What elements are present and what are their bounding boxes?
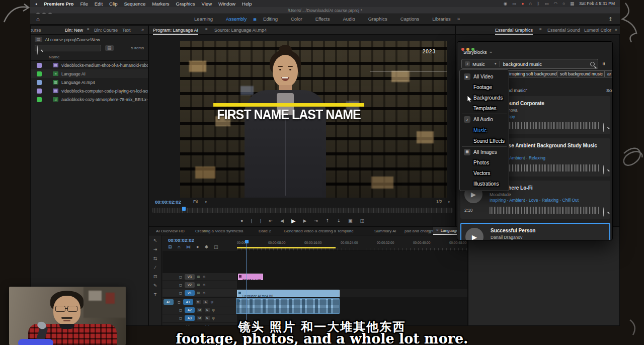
menu-view[interactable]: View bbox=[202, 1, 212, 7]
menu-markers[interactable]: Markers bbox=[152, 1, 169, 7]
menu-graphics[interactable]: Graphics bbox=[176, 1, 195, 7]
mute-track-button[interactable]: M bbox=[197, 308, 202, 312]
source-patch-a1[interactable]: A1 bbox=[164, 299, 174, 305]
timeline-settings-icon[interactable]: ✱ bbox=[204, 245, 208, 249]
tab-essential-graphics[interactable]: Essential Graphics bbox=[495, 28, 533, 35]
battery-icon[interactable]: ▭ bbox=[545, 2, 549, 6]
bluetooth-icon[interactable]: ᛒ bbox=[537, 2, 539, 6]
menu-item-footage[interactable]: Footage bbox=[460, 82, 644, 93]
step-back-icon[interactable]: ◀ bbox=[280, 219, 284, 223]
lock-track-icon[interactable]: ◻ bbox=[179, 308, 182, 312]
label-color-chip[interactable] bbox=[37, 63, 42, 68]
track-header-a2[interactable]: ◻ A2 M S ψ bbox=[163, 306, 237, 314]
step-forward-icon[interactable]: ▶ bbox=[303, 219, 306, 223]
project-row-audio-clip[interactable]: ♫ audioblocks-cozy-atmosphere-78-mix_BEr… bbox=[31, 95, 148, 104]
workspace-tab-audio[interactable]: Audio bbox=[337, 14, 362, 25]
nest-toggle-icon[interactable]: ⊞ bbox=[168, 245, 172, 249]
bin-up-icon[interactable]: ▤ bbox=[35, 37, 42, 42]
panel-menu-icon[interactable]: ≡ bbox=[539, 28, 542, 32]
label-color-chip[interactable] bbox=[37, 89, 42, 94]
waveform[interactable] bbox=[490, 207, 599, 214]
program-timecode[interactable]: 00:00:02:02 bbox=[155, 199, 181, 205]
toggle-track-output-icon[interactable]: ⊙ bbox=[203, 275, 206, 279]
snap-toggle-icon[interactable]: ∩ bbox=[178, 245, 181, 249]
tab-project-ai-course[interactable]: Project: AI course bbox=[30, 28, 41, 33]
project-row-code-clip[interactable]: ▤ videoblocks-computer-code-playing-on-l… bbox=[31, 87, 148, 95]
seq-tab-dalle2[interactable]: Dalle 2 bbox=[259, 229, 271, 233]
track-target-v3[interactable]: V3 bbox=[185, 274, 195, 280]
seq-tab-ai-overview[interactable]: AI Overview HD bbox=[156, 229, 185, 233]
new-bin-icon[interactable]: ▤ bbox=[105, 45, 114, 51]
menu-help[interactable]: Help bbox=[242, 1, 252, 7]
tab-source-monitor[interactable]: Source: Language AI.mp4 bbox=[214, 28, 267, 33]
toggle-track-output-icon[interactable]: ⊙ bbox=[203, 291, 206, 295]
add-marker-icon[interactable]: ● bbox=[240, 219, 243, 223]
playback-resolution-select[interactable]: 1/2▾ bbox=[436, 199, 450, 204]
sync-lock-icon[interactable]: ⊞ bbox=[197, 283, 200, 287]
workspace-tab-effects[interactable]: Effects bbox=[309, 14, 337, 25]
timeline-ruler[interactable]: 00:00 00:00:08:00 00:00:16:00 00:00:24:0… bbox=[237, 240, 468, 251]
sync-lock-icon[interactable]: ⊞ bbox=[197, 291, 200, 295]
project-row-language-ai-seq[interactable]: ≡ Language AI bbox=[31, 69, 148, 78]
project-search-field[interactable] bbox=[35, 45, 101, 51]
slip-tool-icon[interactable]: ⊡ bbox=[153, 275, 157, 279]
go-to-in-icon[interactable]: ⇤ bbox=[269, 219, 273, 223]
mark-out-icon[interactable]: } bbox=[260, 219, 261, 223]
track-header-v1[interactable]: ◻ V1 ⊞ ⊙ bbox=[163, 289, 237, 297]
column-header-name[interactable]: Name bbox=[49, 55, 59, 59]
pen-tool-icon[interactable]: ✎ bbox=[153, 284, 157, 288]
headphones-icon[interactable]: ∩ bbox=[529, 2, 532, 6]
more-panels-icon[interactable]: » bbox=[141, 28, 144, 32]
lock-track-icon[interactable]: ◻ bbox=[178, 300, 181, 304]
play-button-icon[interactable]: ▶ bbox=[291, 218, 295, 224]
workspace-tab-libraries[interactable]: Libraries bbox=[426, 14, 457, 25]
program-scrub-bar[interactable] bbox=[152, 208, 453, 213]
control-center-icon[interactable]: ▦ bbox=[570, 2, 574, 6]
panel-menu-icon[interactable]: ≡ bbox=[87, 28, 90, 32]
track-target-v1[interactable]: V1 bbox=[185, 290, 195, 296]
track-tags[interactable]: ppy bbox=[508, 114, 515, 119]
spotlight-icon[interactable]: ○ bbox=[562, 2, 565, 6]
mark-in-icon[interactable]: { bbox=[251, 219, 252, 223]
tab-program-monitor[interactable]: Program: Language AI bbox=[153, 28, 198, 35]
razor-tool-icon[interactable]: ∕ bbox=[155, 266, 156, 270]
menu-item-illustrations[interactable]: Illustrations bbox=[460, 179, 644, 189]
home-icon[interactable]: ⌂ bbox=[36, 17, 40, 22]
find-similar-icon[interactable] bbox=[603, 207, 604, 217]
file-name[interactable]: audioblocks-cozy-atmosphere-78-mix_BErLx… bbox=[61, 97, 148, 102]
app-menu-premiere[interactable]: Premiere Pro bbox=[44, 1, 73, 7]
track-target-a1[interactable]: A1 bbox=[183, 299, 193, 305]
menu-item-backgrounds[interactable]: Backgrounds bbox=[460, 93, 644, 103]
file-name[interactable]: Language AI.mp4 bbox=[61, 80, 95, 85]
label-color-chip[interactable] bbox=[37, 71, 42, 76]
menu-window[interactable]: Window bbox=[218, 1, 235, 7]
sync-lock-icon[interactable]: ⊞ bbox=[197, 275, 200, 279]
extract-icon[interactable]: ↧ bbox=[337, 219, 341, 223]
music-result-successful-person[interactable]: ▶ Successful Person Danail Draganov bbox=[460, 223, 610, 240]
menu-item-all-audio[interactable]: ♪All Audio bbox=[460, 114, 509, 125]
workspace-tab-graphics[interactable]: Graphics bbox=[362, 14, 394, 25]
clip-graphic-first-name[interactable]: FIRST NAME bbox=[238, 274, 263, 280]
file-name[interactable]: Language AI bbox=[61, 71, 86, 76]
menu-item-templates[interactable]: Templates bbox=[460, 103, 644, 114]
play-preview-button[interactable]: ▶ bbox=[465, 228, 484, 240]
timeline-playhead[interactable] bbox=[247, 240, 247, 326]
status-icon-hd[interactable]: ▭ bbox=[512, 2, 516, 6]
timeline-playhead-handle[interactable] bbox=[245, 240, 249, 243]
linked-selection-icon[interactable]: ⋈ bbox=[186, 245, 191, 249]
menu-sequence[interactable]: Sequence bbox=[124, 1, 145, 7]
track-target-a2[interactable]: A2 bbox=[185, 307, 195, 313]
tab-bin-course[interactable]: Bin: Course bbox=[94, 28, 118, 33]
lock-track-icon[interactable]: ◻ bbox=[179, 291, 182, 295]
lock-track-icon[interactable]: ◻ bbox=[179, 275, 182, 279]
menu-file[interactable]: File bbox=[80, 1, 88, 7]
project-row-robot-clip[interactable]: ▤ videoblocks-medium-shot-of-a-humanoid-… bbox=[31, 61, 148, 69]
voiceover-record-icon[interactable]: ψ bbox=[212, 308, 215, 312]
solo-track-button[interactable]: S bbox=[203, 300, 208, 304]
solo-track-button[interactable]: S bbox=[205, 308, 210, 312]
track-target-v2[interactable]: V2 bbox=[185, 282, 195, 288]
zoom-level-select[interactable]: Fit▾ bbox=[193, 199, 207, 204]
project-row-language-ai-mp4[interactable]: ▥ Language AI.mp4 bbox=[31, 78, 148, 87]
export-frame-icon[interactable]: ▣ bbox=[348, 219, 353, 223]
tab-lumetri-color[interactable]: Lumetri Color bbox=[584, 28, 611, 33]
